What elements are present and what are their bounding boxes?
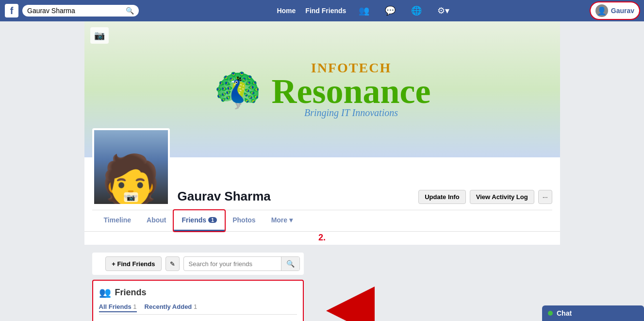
right-panel bbox=[397, 253, 552, 321]
main-content: + Find Friends ✎ 🔍 👥 Friends All Frien bbox=[84, 245, 560, 321]
user-profile-button[interactable]: 👤 Gaurav bbox=[591, 2, 639, 19]
home-link[interactable]: Home bbox=[277, 7, 296, 15]
friends-actions-bar: + Find Friends ✎ 🔍 bbox=[92, 253, 304, 275]
recently-added-count: 1 bbox=[194, 303, 197, 310]
resonance-title: Resonance bbox=[272, 76, 431, 107]
search-input[interactable] bbox=[27, 7, 124, 15]
red-arrow-area bbox=[312, 253, 389, 321]
notifications-icon[interactable]: 🌐 bbox=[408, 3, 425, 18]
friends-panel-title: Friends bbox=[115, 287, 147, 298]
friends-tab-all[interactable]: All Friends 1 bbox=[99, 303, 137, 312]
find-friends-link[interactable]: Find Friends bbox=[305, 7, 346, 15]
edit-friends-button[interactable]: ✎ bbox=[165, 256, 180, 271]
navbar: f 🔍 Home Find Friends 👥 💬 🌐 ⚙▾ 👤 Gaurav bbox=[0, 0, 644, 21]
navbar-user-area: 👤 Gaurav bbox=[591, 2, 639, 19]
tab-timeline[interactable]: Timeline bbox=[96, 210, 139, 231]
user-avatar-small: 👤 bbox=[595, 4, 608, 17]
more-options-button[interactable]: ··· bbox=[538, 190, 552, 204]
profile-name-area: Gaurav Sharma bbox=[178, 189, 411, 206]
search-bar[interactable]: 🔍 bbox=[22, 5, 139, 17]
annotation-2-label: 2. bbox=[84, 232, 560, 245]
navbar-links: Home Find Friends 👥 💬 🌐 ⚙▾ bbox=[139, 3, 591, 18]
chat-online-dot bbox=[548, 311, 553, 316]
friends-panel: 👥 Friends All Friends 1 Recently Added 1 bbox=[92, 280, 304, 321]
tab-photos[interactable]: Photos bbox=[225, 210, 263, 231]
profile-camera-button[interactable]: 📷 bbox=[124, 192, 138, 202]
friends-tab-badge: 1 bbox=[208, 217, 217, 223]
profile-avatar-wrap: 🧑 📷 bbox=[92, 128, 170, 206]
chat-label: Chat bbox=[557, 309, 572, 317]
chat-bar[interactable]: Chat bbox=[542, 305, 644, 321]
update-info-button[interactable]: Update Info bbox=[418, 190, 466, 204]
friends-panel-icon: 👥 bbox=[99, 287, 111, 298]
search-friends-bar[interactable]: 🔍 bbox=[183, 256, 300, 271]
all-friends-count: 1 bbox=[133, 303, 136, 310]
page-wrapper: 🦚 INFOTECH Resonance Bringing IT Innovat… bbox=[84, 21, 560, 321]
friends-tab-recently-added[interactable]: Recently Added 1 bbox=[145, 303, 198, 312]
settings-icon[interactable]: ⚙▾ bbox=[434, 3, 452, 18]
peacock-logo: 🦚 bbox=[214, 70, 262, 109]
tab-about[interactable]: About bbox=[139, 210, 174, 231]
profile-tabs: Timeline About Friends 1 Photos More ▾ bbox=[92, 210, 552, 231]
profile-info-row: 🧑 📷 Gaurav Sharma Update Info View Activ… bbox=[92, 157, 552, 210]
page-background: f 🔍 Home Find Friends 👥 💬 🌐 ⚙▾ 👤 Gaurav bbox=[0, 0, 644, 321]
find-friends-button[interactable]: + Find Friends bbox=[105, 256, 161, 271]
profile-actions: Update Info View Activity Log ··· bbox=[418, 190, 552, 206]
view-activity-log-button[interactable]: View Activity Log bbox=[470, 190, 534, 204]
search-friends-input[interactable] bbox=[184, 257, 281, 270]
red-arrow bbox=[326, 287, 375, 321]
cover-text-area: INFOTECH Resonance Bringing IT Innovatio… bbox=[272, 60, 431, 118]
tab-more[interactable]: More ▾ bbox=[264, 210, 300, 231]
chevron-down-icon: ▾ bbox=[289, 216, 293, 224]
friends-sub-tabs: All Friends 1 Recently Added 1 bbox=[99, 303, 297, 315]
profile-bar: 🧑 📷 Gaurav Sharma Update Info View Activ… bbox=[84, 157, 560, 232]
messages-icon[interactable]: 💬 bbox=[382, 3, 398, 18]
friend-requests-icon[interactable]: 👥 bbox=[356, 3, 372, 18]
user-name-label: Gaurav bbox=[611, 7, 634, 15]
facebook-logo: f bbox=[5, 4, 18, 17]
tab-friends[interactable]: Friends 1 bbox=[174, 210, 225, 231]
friends-panel-header: 👥 Friends bbox=[99, 287, 297, 298]
search-icon: 🔍 bbox=[126, 7, 134, 15]
cover-camera-button[interactable]: 📷 bbox=[90, 27, 109, 44]
profile-name: Gaurav Sharma bbox=[178, 189, 411, 204]
search-friends-icon: 🔍 bbox=[281, 257, 299, 270]
